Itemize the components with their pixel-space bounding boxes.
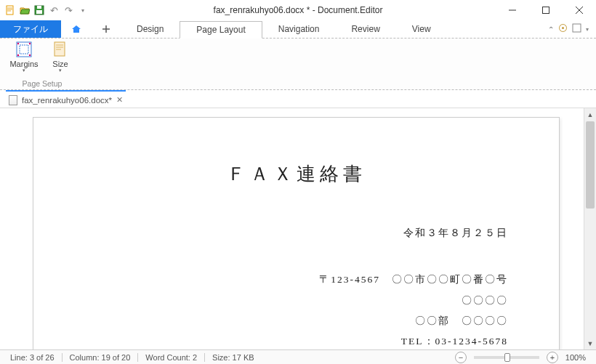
svg-rect-5 xyxy=(543,7,549,14)
scroll-thumb[interactable] xyxy=(586,121,595,209)
svg-rect-3 xyxy=(36,10,42,14)
status-column: Column: 19 of 20 xyxy=(65,353,135,362)
save-icon[interactable] xyxy=(33,4,45,16)
open-icon[interactable] xyxy=(19,4,31,16)
svg-rect-2 xyxy=(37,6,41,9)
margins-button[interactable]: Margins ▾ xyxy=(9,40,39,73)
svg-point-11 xyxy=(562,27,564,29)
ribbon-panel: Margins ▾ Size ▾ Page Setup xyxy=(0,38,596,90)
ribbon-utilities: ⌃ ▾ xyxy=(548,20,596,38)
page-setup-group: Margins ▾ Size ▾ Page Setup xyxy=(6,40,78,89)
doc-tel: TEL：03-1234-5678 xyxy=(84,331,508,349)
insert-tab[interactable] xyxy=(92,20,121,38)
scroll-up-icon[interactable]: ▲ xyxy=(584,108,596,121)
active-indicator xyxy=(6,90,126,92)
zoom-out-button[interactable]: − xyxy=(455,352,467,363)
document-tab[interactable]: fax_renrakuhyo06.docx* ✕ xyxy=(4,94,127,107)
svg-rect-13 xyxy=(17,42,31,57)
status-wordcount: Word Count: 2 xyxy=(141,353,201,362)
document-icon xyxy=(9,95,17,105)
doc-address-block: 〒123-4567 〇〇市〇〇町〇番〇号 〇〇〇〇 〇〇部 〇〇〇〇 TEL：0… xyxy=(84,270,508,349)
doc-heading: ＦＡＸ連絡書 xyxy=(84,161,508,187)
settings-icon[interactable] xyxy=(558,23,568,35)
title-bar: ↶ ↷ ▾ fax_renrakuhyo06.docx * - Document… xyxy=(0,0,596,20)
svg-point-16 xyxy=(29,43,31,44)
window-title: fax_renrakuhyo06.docx * - Document.Edito… xyxy=(214,5,383,15)
ribbon-tabs: ファイル Design Page Layout Navigation Revie… xyxy=(0,20,596,38)
margins-icon xyxy=(14,40,34,59)
chevron-down-icon: ▾ xyxy=(59,68,62,73)
redo-icon[interactable]: ↷ xyxy=(63,4,74,16)
status-bar: Line: 3 of 26 Column: 19 of 20 Word Coun… xyxy=(0,349,596,364)
doc-addr1: 〒123-4567 〇〇市〇〇町〇番〇号 xyxy=(84,270,508,290)
zoom-slider[interactable] xyxy=(474,356,539,359)
scroll-down-icon[interactable]: ▼ xyxy=(584,337,596,349)
document-tabs: fax_renrakuhyo06.docx* ✕ xyxy=(0,92,596,108)
close-button[interactable] xyxy=(563,0,596,20)
page-setup-group-label: Page Setup xyxy=(23,79,63,89)
status-line: Line: 3 of 26 xyxy=(6,353,59,362)
page-layout-tab[interactable]: Page Layout xyxy=(180,21,262,39)
review-tab[interactable]: Review xyxy=(335,20,395,38)
quick-access-toolbar: ↶ ↷ ▾ xyxy=(0,4,89,16)
file-tab[interactable]: ファイル xyxy=(0,20,61,38)
vertical-scrollbar[interactable]: ▲ ▼ xyxy=(584,108,596,349)
page: ＦＡＸ連絡書 令和３年８月２５日 〒123-4567 〇〇市〇〇町〇番〇号 〇〇… xyxy=(33,117,560,349)
doc-date: 令和３年８月２５日 xyxy=(84,223,508,243)
navigation-tab[interactable]: Navigation xyxy=(262,20,336,38)
document-tab-label: fax_renrakuhyo06.docx* xyxy=(22,96,112,105)
zoom-level: 100% xyxy=(561,353,590,362)
window-controls xyxy=(496,0,596,20)
svg-rect-12 xyxy=(573,24,581,32)
size-icon xyxy=(50,40,71,59)
doc-addr2: 〇〇〇〇 xyxy=(84,291,508,311)
status-size: Size: 17 KB xyxy=(208,353,258,362)
svg-point-15 xyxy=(17,43,19,44)
help-icon[interactable] xyxy=(572,23,581,35)
svg-point-17 xyxy=(17,54,19,56)
undo-icon[interactable]: ↶ xyxy=(48,4,60,16)
collapse-ribbon-icon[interactable]: ⌃ xyxy=(548,25,554,33)
doc-addr3: 〇〇部 〇〇〇〇 xyxy=(84,311,508,331)
maximize-button[interactable] xyxy=(529,0,563,20)
svg-rect-19 xyxy=(55,42,65,56)
svg-rect-0 xyxy=(7,6,13,15)
svg-point-18 xyxy=(29,54,31,56)
view-tab[interactable]: View xyxy=(396,20,447,38)
close-tab-icon[interactable]: ✕ xyxy=(116,95,123,105)
workspace: ＦＡＸ連絡書 令和３年８月２５日 〒123-4567 〇〇市〇〇町〇番〇号 〇〇… xyxy=(0,108,596,349)
document-area[interactable]: ＦＡＸ連絡書 令和３年８月２５日 〒123-4567 〇〇市〇〇町〇番〇号 〇〇… xyxy=(0,108,584,349)
zoom-knob[interactable] xyxy=(504,353,510,362)
qat-dropdown-icon[interactable]: ▾ xyxy=(77,4,89,16)
chevron-down-icon: ▾ xyxy=(23,68,25,73)
minimize-button[interactable] xyxy=(496,0,529,20)
home-tab[interactable] xyxy=(61,20,92,38)
design-tab[interactable]: Design xyxy=(121,20,180,38)
size-button[interactable]: Size ▾ xyxy=(45,40,76,73)
ribbon-dropdown-icon[interactable]: ▾ xyxy=(586,26,589,33)
zoom-in-button[interactable]: + xyxy=(547,352,558,363)
new-doc-icon[interactable] xyxy=(4,4,16,16)
